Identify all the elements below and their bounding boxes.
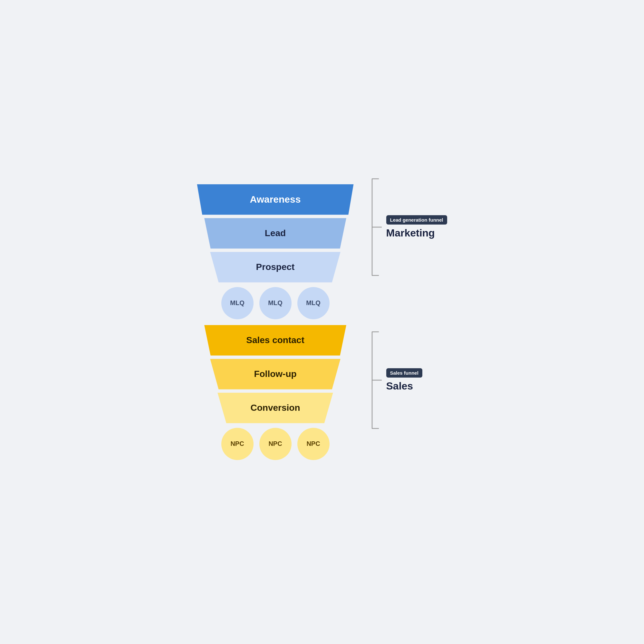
stage-sales-contact-label: Sales contact bbox=[246, 335, 304, 345]
sales-title: Sales bbox=[386, 380, 422, 392]
sales-label-group: Sales funnel Sales bbox=[386, 368, 422, 392]
npc-circle-1: NPC bbox=[221, 428, 254, 460]
marketing-badge: Lead generation funnel bbox=[386, 215, 447, 225]
stage-lead-label: Lead bbox=[265, 228, 286, 238]
stage-conversion: Conversion bbox=[213, 393, 338, 423]
npc-circles-group: NPC NPC NPC bbox=[221, 428, 330, 460]
mlq-circle-1: MLQ bbox=[221, 287, 254, 319]
stage-lead: Lead bbox=[197, 218, 354, 249]
mlq-circle-2: MLQ bbox=[259, 287, 292, 319]
funnel-container: Awareness Lead Prospect MLQ MLQ MLQ Sale… bbox=[185, 184, 366, 460]
stage-prospect-label: Prospect bbox=[256, 262, 295, 272]
stage-sales-contact: Sales contact bbox=[197, 325, 354, 356]
sales-annotation: Sales funnel Sales bbox=[369, 330, 422, 430]
mlq-circles-group: MLQ MLQ MLQ bbox=[221, 287, 330, 319]
marketing-label-group: Lead generation funnel Marketing bbox=[386, 215, 447, 239]
marketing-annotation: Lead generation funnel Marketing bbox=[369, 177, 447, 277]
marketing-title: Marketing bbox=[386, 227, 447, 239]
stage-prospect: Prospect bbox=[205, 252, 346, 283]
main-container: Awareness Lead Prospect MLQ MLQ MLQ Sale… bbox=[185, 169, 459, 475]
mlq-circle-3: MLQ bbox=[297, 287, 330, 319]
sales-bracket-icon bbox=[369, 330, 382, 430]
stage-followup-label: Follow-up bbox=[254, 369, 296, 379]
stage-conversion-label: Conversion bbox=[250, 403, 300, 413]
stage-followup: Follow-up bbox=[205, 359, 346, 389]
stage-awareness-label: Awareness bbox=[250, 194, 301, 205]
stage-awareness: Awareness bbox=[188, 184, 362, 215]
sales-badge: Sales funnel bbox=[386, 368, 422, 378]
annotations-panel: Lead generation funnel Marketing Sales f… bbox=[369, 169, 459, 475]
marketing-bracket-icon bbox=[369, 177, 382, 277]
npc-circle-3: NPC bbox=[297, 428, 330, 460]
npc-circle-2: NPC bbox=[259, 428, 292, 460]
